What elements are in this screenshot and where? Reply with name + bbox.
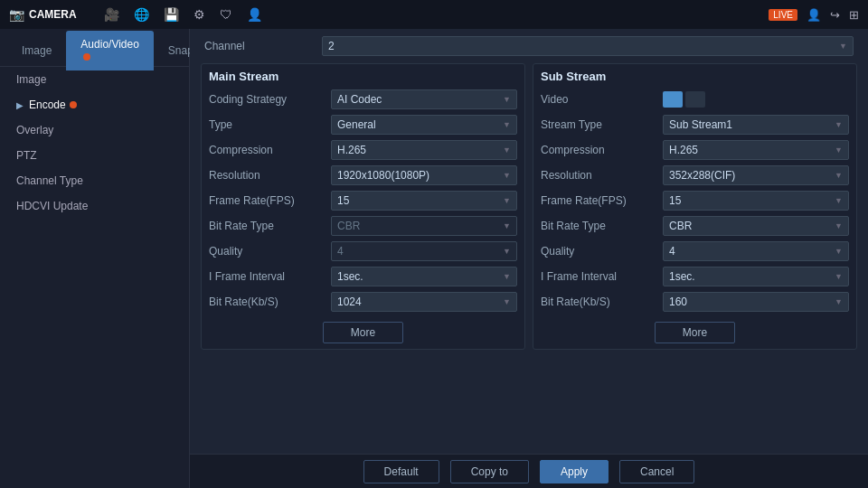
- copy-to-button[interactable]: Copy to: [450, 460, 529, 483]
- encode-arrow: ▶: [16, 100, 24, 110]
- sub-iframe-row: I Frame Interval 1sec. ▼: [541, 266, 849, 287]
- channel-select[interactable]: 2 ▼: [322, 36, 854, 56]
- main-coding-strategy-label: Coding Strategy: [209, 93, 331, 106]
- audio-video-badge: [83, 53, 90, 61]
- main-type-label: Type: [209, 118, 331, 131]
- sub-quality-row: Quality 4 ▼: [541, 240, 849, 262]
- top-nav: 🎥 🌐 💾 ⚙ 🛡 👤: [104, 7, 262, 22]
- main-stream-title: Main Stream: [209, 70, 517, 83]
- sub-compression-row: Compression H.265 ▼: [541, 139, 849, 161]
- main-bitrate-select[interactable]: 1024 ▼: [331, 292, 517, 312]
- sidebar-item-encode[interactable]: ▶ Encode: [0, 92, 189, 117]
- sub-stream-panel: Sub Stream Video Stream Type Sub Stream1…: [533, 63, 857, 350]
- user-icon[interactable]: 👤: [247, 7, 262, 22]
- main-coding-strategy-row: Coding Strategy AI Codec ▼: [209, 89, 517, 110]
- sub-bitrtype-label: Bit Rate Type: [541, 220, 663, 232]
- main-quality-label: Quality: [209, 245, 331, 258]
- toggle-on[interactable]: [663, 91, 683, 108]
- main-type-row: Type General ▼: [209, 114, 517, 136]
- main-compression-label: Compression: [209, 144, 331, 156]
- toggle-off[interactable]: [685, 91, 705, 108]
- sub-framerate-select[interactable]: 15 ▼: [663, 191, 849, 211]
- sub-video-toggle[interactable]: [663, 91, 705, 108]
- live-badge: LIVE: [769, 9, 797, 21]
- brand: 📷 CAMERA: [9, 7, 77, 22]
- sub-compression-label: Compression: [541, 144, 663, 156]
- sidebar-item-ptz[interactable]: PTZ: [0, 143, 189, 168]
- sub-quality-label: Quality: [541, 245, 663, 258]
- camera-icon: 📷: [9, 7, 24, 22]
- main-compression-row: Compression H.265 ▼: [209, 139, 517, 161]
- default-button[interactable]: Default: [363, 460, 439, 483]
- sub-bitrate-label: Bit Rate(Kb/S): [541, 296, 663, 308]
- sub-framerate-label: Frame Rate(FPS): [541, 194, 663, 207]
- main-resolution-select[interactable]: 1920x1080(1080P) ▼: [331, 165, 517, 185]
- globe-icon[interactable]: 🌐: [134, 7, 149, 22]
- grid-icon[interactable]: ⊞: [849, 8, 859, 22]
- encode-body: Channel 2 ▼ Main Stream Coding Strategy …: [190, 29, 868, 454]
- sub-streamtype-label: Stream Type: [541, 118, 663, 131]
- main-layout: Image Audio/Video Snapshot Image ▶ Encod…: [0, 29, 868, 488]
- cancel-button[interactable]: Cancel: [619, 460, 694, 483]
- sub-iframe-select[interactable]: 1sec. ▼: [663, 267, 849, 286]
- channel-arrow: ▼: [839, 42, 847, 51]
- main-more-row: More: [209, 322, 517, 343]
- main-bitrtype-select[interactable]: CBR ▼: [331, 216, 517, 236]
- sub-bitrate-select[interactable]: 160 ▼: [663, 292, 849, 312]
- sidebar-item-channel-type[interactable]: Channel Type: [0, 168, 189, 193]
- main-type-select[interactable]: General ▼: [331, 115, 517, 135]
- main-iframe-label: I Frame Interval: [209, 270, 331, 283]
- sub-bitrtype-select[interactable]: CBR ▼: [663, 216, 849, 236]
- sub-streamtype-select[interactable]: Sub Stream1 ▼: [663, 115, 849, 135]
- shield-icon[interactable]: 🛡: [220, 7, 232, 22]
- sub-framerate-row: Frame Rate(FPS) 15 ▼: [541, 190, 849, 211]
- sub-resolution-row: Resolution 352x288(CIF) ▼: [541, 164, 849, 186]
- sub-stream-title: Sub Stream: [541, 70, 849, 83]
- sidebar-item-overlay[interactable]: Overlay: [0, 117, 189, 143]
- main-bitrate-label: Bit Rate(Kb/S): [209, 296, 331, 308]
- sub-iframe-label: I Frame Interval: [541, 270, 663, 283]
- sub-bitrate-row: Bit Rate(Kb/S) 160 ▼: [541, 291, 849, 313]
- sidebar-item-hdcvi[interactable]: HDCVI Update: [0, 193, 189, 219]
- main-resolution-row: Resolution 1920x1080(1080P) ▼: [209, 164, 517, 186]
- encode-badge: [70, 101, 77, 108]
- tab-image[interactable]: Image: [7, 37, 66, 64]
- main-bitrate-row: Bit Rate(Kb/S) 1024 ▼: [209, 291, 517, 313]
- sub-more-row: More: [541, 322, 849, 343]
- sub-resolution-select[interactable]: 352x288(CIF) ▼: [663, 165, 849, 185]
- channel-label: Channel: [204, 40, 322, 52]
- main-compression-select[interactable]: H.265 ▼: [331, 140, 517, 160]
- settings-icon[interactable]: ⚙: [193, 7, 205, 22]
- sub-bitrtype-row: Bit Rate Type CBR ▼: [541, 215, 849, 237]
- main-stream-panel: Main Stream Coding Strategy AI Codec ▼ T…: [201, 63, 525, 350]
- hdd-icon[interactable]: 💾: [164, 7, 179, 22]
- sidebar: Image Audio/Video Snapshot Image ▶ Encod…: [0, 29, 190, 488]
- sub-quality-select[interactable]: 4 ▼: [663, 241, 849, 261]
- main-iframe-select[interactable]: 1sec. ▼: [331, 267, 517, 286]
- main-coding-strategy-select[interactable]: AI Codec ▼: [331, 89, 517, 109]
- main-framerate-select[interactable]: 15 ▼: [331, 191, 517, 211]
- apply-button[interactable]: Apply: [540, 460, 609, 483]
- content-area: Channel 2 ▼ Main Stream Coding Strategy …: [190, 29, 868, 488]
- logout-icon[interactable]: ↪: [830, 8, 840, 22]
- main-iframe-row: I Frame Interval 1sec. ▼: [209, 266, 517, 287]
- sub-compression-select[interactable]: H.265 ▼: [663, 140, 849, 160]
- streams-row: Main Stream Coding Strategy AI Codec ▼ T…: [201, 63, 857, 350]
- top-bar: 📷 CAMERA 🎥 🌐 💾 ⚙ 🛡 👤 LIVE 👤 ↪ ⊞: [0, 0, 868, 29]
- top-bar-right: LIVE 👤 ↪ ⊞: [769, 8, 859, 22]
- main-framerate-row: Frame Rate(FPS) 15 ▼: [209, 190, 517, 211]
- camera-nav-icon[interactable]: 🎥: [104, 7, 119, 22]
- sub-more-button[interactable]: More: [655, 322, 735, 343]
- sidebar-item-image[interactable]: Image: [0, 67, 189, 92]
- main-bitrtype-label: Bit Rate Type: [209, 220, 331, 232]
- main-more-button[interactable]: More: [323, 322, 403, 343]
- account-icon[interactable]: 👤: [807, 8, 821, 22]
- main-framerate-label: Frame Rate(FPS): [209, 194, 331, 207]
- main-quality-row: Quality 4 ▼: [209, 240, 517, 262]
- channel-row: Channel 2 ▼: [201, 36, 857, 56]
- main-quality-select[interactable]: 4 ▼: [331, 241, 517, 261]
- content-tab-bar: Image Audio/Video Snapshot: [0, 34, 189, 67]
- tab-audio-video[interactable]: Audio/Video: [66, 31, 154, 70]
- main-resolution-label: Resolution: [209, 169, 331, 182]
- sub-streamtype-row: Stream Type Sub Stream1 ▼: [541, 114, 849, 136]
